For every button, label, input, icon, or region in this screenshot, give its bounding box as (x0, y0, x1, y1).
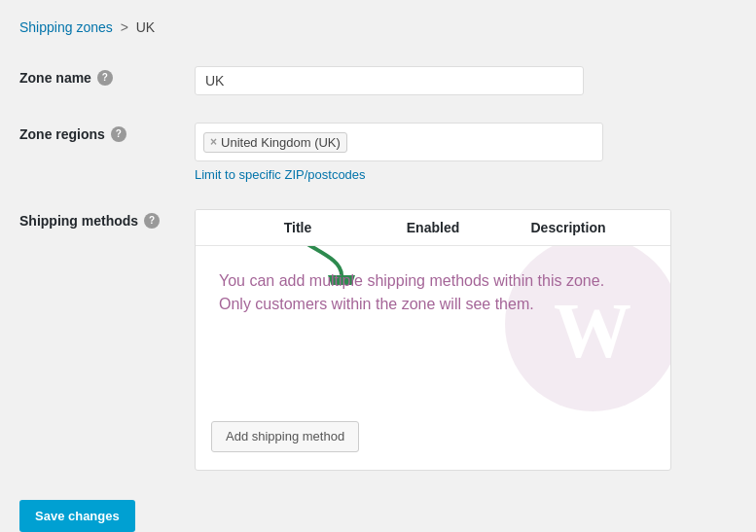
page-wrapper: Shipping zones > UK Zone name ? (0, 0, 756, 532)
breadcrumb-separator: > (121, 19, 128, 35)
zone-name-row: Zone name ? (19, 53, 737, 109)
shipping-methods-header: Title Enabled Description (196, 210, 670, 246)
zone-regions-box[interactable]: × United Kingdom (UK) (195, 123, 603, 161)
shipping-methods-empty: W You can add (196, 246, 670, 411)
col-title: Title (211, 220, 384, 235)
region-tag-label: United Kingdom (UK) (221, 135, 341, 150)
zone-name-input[interactable] (195, 66, 584, 95)
zone-regions-help-icon[interactable]: ? (111, 126, 126, 142)
shipping-methods-container: Title Enabled Description W (195, 209, 671, 471)
region-tag: × United Kingdom (UK) (203, 132, 347, 153)
breadcrumb-link[interactable]: Shipping zones (19, 19, 113, 35)
col-description: Description (482, 220, 655, 235)
shipping-methods-help-icon[interactable]: ? (144, 213, 160, 229)
form-table: Zone name ? Zone regions ? (19, 53, 737, 484)
breadcrumb: Shipping zones > UK (19, 19, 737, 35)
shipping-methods-label: Shipping methods ? (19, 195, 195, 484)
zone-name-cell (195, 53, 737, 109)
region-tag-remove[interactable]: × (210, 136, 217, 148)
add-shipping-method-button[interactable]: Add shipping method (211, 421, 359, 452)
zone-regions-cell: × United Kingdom (UK) Limit to specific … (195, 109, 737, 195)
col-enabled: Enabled (384, 220, 482, 235)
breadcrumb-current: UK (136, 19, 155, 35)
zone-name-label: Zone name ? (19, 53, 195, 109)
zone-name-help-icon[interactable]: ? (97, 70, 113, 86)
shipping-methods-empty-text: You can add multiple shipping methods wi… (219, 269, 628, 316)
limit-zip-link[interactable]: Limit to specific ZIP/postcodes (195, 167, 737, 182)
add-method-area: Add shipping method (196, 411, 670, 470)
save-changes-button[interactable]: Save changes (19, 500, 135, 532)
zone-regions-label: Zone regions ? (19, 109, 195, 195)
zone-regions-row: Zone regions ? × United Kingdom (UK) Lim… (19, 109, 737, 195)
shipping-methods-row: Shipping methods ? Title Enabled Descrip… (19, 195, 737, 484)
shipping-methods-cell: Title Enabled Description W (195, 195, 737, 484)
